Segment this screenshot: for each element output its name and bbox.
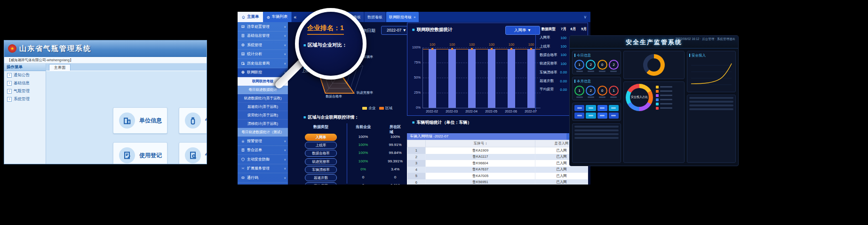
company-label: 【威海晟祥气体有限公司-whshengxiang】 (4, 57, 207, 64)
tab-联网联控考核[interactable]: 联网联控考核× (386, 12, 419, 22)
tab-数据看板[interactable]: 数据看板 (365, 12, 385, 22)
history-icon (241, 61, 245, 65)
region-value: 99.84% (389, 151, 401, 155)
table-row[interactable]: 5鲁KA7005已入网 (407, 173, 588, 179)
card-气瓶报检[interactable]: 气瓶报检 (179, 142, 207, 164)
row-plate: 鲁KA1117 (426, 154, 535, 161)
legend-label-bar (660, 107, 672, 109)
sidebar-item-资料库[interactable]: 资料库∨ (238, 183, 288, 185)
stat-tile[interactable] (597, 105, 607, 111)
left-window-title: 山东省气瓶管理系统 (19, 44, 91, 53)
expand-plus-icon[interactable]: + (7, 89, 12, 94)
sidebar-item-通知公告[interactable]: +通知公告 (4, 71, 46, 79)
cell-value: 100 (559, 33, 569, 42)
metric-pill-数据合格率[interactable]: 数据合格率 (305, 150, 337, 157)
dashboard-header-info[interactable]: 2022/06/02 16:12 · 后台管理 · 系统管理退出 (676, 37, 735, 41)
sidebar-item-违章处置管理[interactable]: 违章处置管理∨ (238, 22, 288, 32)
gridline (423, 63, 541, 63)
tile-label-bar (611, 107, 616, 109)
submenu-item-超速统计(基于运政)[interactable]: 超速统计(基于运政) (238, 103, 288, 111)
expand-plus-icon[interactable]: + (7, 81, 12, 86)
card-气瓶管理[interactable]: 气瓶管理 (179, 107, 207, 134)
company-value: 0 (362, 175, 364, 179)
safety-supervision-dashboard: 安全生产监管系统 2022/06/02 16:12 · 后台管理 · 系统管理退… (569, 35, 739, 166)
sidebar-item-系统管理[interactable]: 系统管理∨ (238, 40, 288, 50)
table-row[interactable]: 2鲁KA1117已入网 (407, 154, 588, 161)
col-region: 所在区域 (390, 124, 401, 135)
stat-tile[interactable] (586, 112, 596, 119)
stats-title: ■联网联控数据统计 (412, 27, 453, 33)
ring-label-bar (576, 96, 583, 98)
sidebar-item-系统管理[interactable]: +系统管理 (4, 95, 46, 103)
ring-label-bar (588, 71, 594, 72)
left-sidebar: 操作菜单 +通知公告+基础信息+气瓶管理+系统管理 (4, 64, 46, 164)
stat-tile[interactable] (586, 105, 596, 111)
ring-value: 2 (586, 60, 596, 70)
tab-main-view[interactable]: 主界面 (49, 64, 71, 71)
table-row[interactable]: 6鲁K56951已入网 (407, 179, 588, 185)
company-rank-label: 企业排名：1 (307, 24, 344, 35)
submenu-item-漂移统计(基于运政)[interactable]: 漂移统计(基于运政) (238, 120, 288, 128)
inspection-icon (185, 147, 201, 163)
bar-chart: 100100100100100100 (422, 48, 541, 108)
stat-tile[interactable] (609, 105, 619, 111)
row-label: 数据合格率 (538, 51, 559, 59)
submenu-item-疲劳统计(基于运政)[interactable]: 疲劳统计(基于运政) (238, 111, 288, 120)
bar-value-label: 100 (430, 42, 436, 47)
x-tick: 2022-06 (505, 110, 517, 113)
card-单位信息[interactable]: 单位信息 (113, 107, 167, 134)
table-row[interactable]: 3鲁K96604已入网 (407, 160, 588, 167)
sidebar-item-整合运单[interactable]: 整合运单∨ (238, 146, 288, 155)
metric-pill-超速次数[interactable]: 超速次数 (305, 174, 337, 181)
table-row[interactable]: 4鲁KA7637已入网 (407, 167, 588, 173)
metric-pill-上线率[interactable]: 上线率 (305, 142, 337, 149)
metric-pill-车辆漂移率[interactable]: 车辆漂移率 (305, 166, 337, 173)
sidebar-item-基础信息管理[interactable]: 基础信息管理∨ (238, 32, 288, 41)
submenu-item-每日轨迹数据统计（测试）[interactable]: 每日轨迹数据统计（测试） (238, 128, 288, 137)
stat-tile[interactable] (597, 112, 607, 119)
submenu-item-轨迹数据统计(基于运政)[interactable]: 轨迹数据统计(基于运政) (238, 94, 288, 103)
invest-donut-chart: 安全投入占比 (626, 84, 653, 111)
sidebar-item-通行码[interactable]: 通行码∨ (238, 173, 288, 183)
row-seq: 3 (407, 160, 426, 167)
sidebar-item-label: 通行码 (247, 175, 282, 180)
sidebar-item-基础信息[interactable]: +基础信息 (4, 79, 46, 87)
sidebar-item-label: 整合运单 (247, 147, 282, 153)
stat-tile[interactable] (574, 105, 584, 111)
sidebar-item-统计分析[interactable]: 统计分析∨ (238, 50, 288, 59)
stat-tile[interactable] (609, 112, 619, 119)
legend-swatch (379, 107, 384, 110)
metric-pill-入网率[interactable]: 入网率 (305, 134, 337, 141)
metric-dropdown[interactable]: 入网率 ▼ (505, 26, 540, 35)
sidebar-item-主动安全防御[interactable]: 主动安全防御∨ (238, 155, 288, 164)
sidebar-collapse-icon[interactable]: « (292, 12, 299, 22)
sidebar-item-历史信息查询[interactable]: 历史信息查询∨ (238, 59, 288, 68)
col-plate[interactable]: 车牌号 ↕ (426, 140, 535, 147)
gas-cylinder-system-window: ★ 山东省气瓶管理系统 【威海晟祥气体有限公司-whshengxiang】 操作… (4, 40, 207, 164)
row-label: 上线率 (538, 42, 559, 50)
tab-main-menu[interactable]: 主菜单 (238, 12, 263, 22)
sidebar-item-联网联控[interactable]: 联网联控∨ (238, 68, 288, 78)
metric-pill-平均疲劳[interactable]: 平均疲劳 (305, 182, 337, 185)
expand-plus-icon[interactable]: + (7, 73, 12, 78)
today-section: 今日信息 1202 (572, 51, 621, 74)
radar-legend: 企业区域 (362, 106, 392, 111)
tile-label-bar (589, 115, 593, 116)
sidebar-item-扩展服务管理[interactable]: 扩展服务管理∨ (238, 164, 288, 174)
sidebar-item-气瓶管理[interactable]: +气瓶管理 (4, 87, 46, 95)
row-label: 超速次数 (538, 77, 559, 85)
tab-vehicle-list[interactable]: 车辆列表 (263, 12, 292, 22)
expand-plus-icon[interactable]: + (7, 97, 12, 102)
stat-ring: 0 (597, 86, 607, 98)
chevron-down-icon[interactable]: ∨ (580, 12, 590, 22)
monthly-col-5月: 5月 (578, 25, 587, 33)
donut-legend-item (656, 94, 682, 97)
card-使用登记[interactable]: 使用登记 (113, 142, 167, 164)
stat-tile[interactable] (574, 112, 584, 119)
table-row[interactable]: 1鲁KA1909已入网 (407, 147, 588, 154)
close-icon[interactable]: × (414, 15, 416, 19)
stats-panel: ■联网联控数据统计 入网率 ▼ 100%75%50%25%0% 10010010… (407, 23, 588, 116)
metric-pill-轨迹完整率[interactable]: 轨迹完整率 (305, 158, 337, 165)
bar-2022-07 (527, 49, 535, 108)
sidebar-item-报警管理[interactable]: 报警管理∨ (238, 137, 288, 146)
